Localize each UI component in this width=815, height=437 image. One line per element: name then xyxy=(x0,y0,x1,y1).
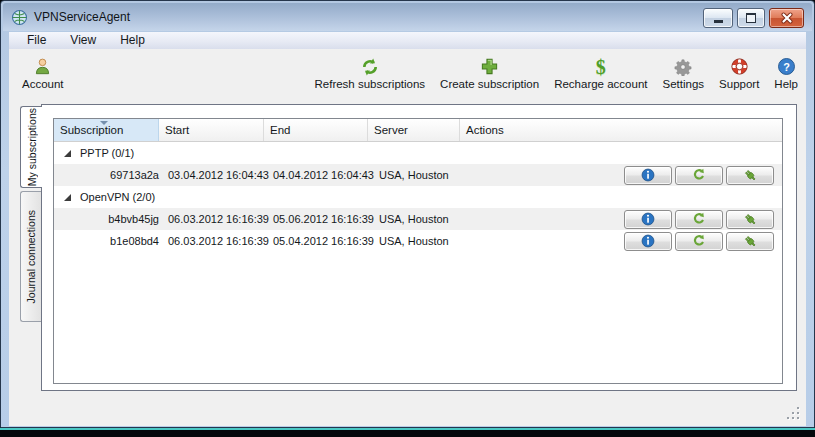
screen: VPNServiceAgent File View Help xyxy=(0,0,815,437)
plus-icon xyxy=(480,56,499,77)
info-icon xyxy=(641,212,655,226)
create-subscription-button[interactable]: Create subscription xyxy=(437,51,542,92)
refresh-icon xyxy=(360,56,380,77)
cell-subscription: b4bvb45jg xyxy=(54,213,159,225)
tab-journal-connections[interactable]: Journal connections xyxy=(20,191,41,322)
cell-server: USA, Houston xyxy=(368,169,460,181)
cell-start: 06.03.2012 16:16:39 xyxy=(159,213,264,225)
recharge-account-label: Recharge account xyxy=(554,78,647,90)
cell-end: 05.04.2012 16:16:39 xyxy=(264,235,368,247)
resize-grip[interactable] xyxy=(787,407,801,421)
group-row-pptp[interactable]: PPTP (0/1) xyxy=(54,142,782,164)
connect-button[interactable] xyxy=(726,166,774,185)
account-button[interactable]: Account xyxy=(19,51,67,92)
sort-desc-icon xyxy=(100,121,108,125)
help-label: Help xyxy=(774,78,798,90)
tab-my-subscriptions[interactable]: My subscriptions xyxy=(20,106,42,188)
cell-start: 06.03.2012 16:16:39 xyxy=(159,235,264,247)
menu-bar: File View Help xyxy=(9,32,806,49)
gear-icon xyxy=(674,56,692,77)
expander-icon[interactable] xyxy=(64,194,71,201)
group-label: PPTP (0/1) xyxy=(80,147,134,159)
cell-end: 05.06.2012 16:16:39 xyxy=(264,213,368,225)
create-subscription-label: Create subscription xyxy=(440,78,539,90)
info-button[interactable] xyxy=(624,232,672,251)
cell-subscription: b1e08bd4 xyxy=(54,235,159,247)
plug-icon xyxy=(743,234,758,249)
user-icon xyxy=(33,56,52,77)
expander-icon[interactable] xyxy=(64,150,71,157)
subscriptions-table: Subscription Start End Server Actions PP… xyxy=(53,118,783,384)
renew-icon xyxy=(692,212,706,226)
table-row[interactable]: b1e08bd4 06.03.2012 16:16:39 05.04.2012 … xyxy=(54,230,782,252)
table-row[interactable]: 69713a2a 03.04.2012 16:04:43 04.04.2012 … xyxy=(54,164,782,186)
help-button[interactable]: ? Help xyxy=(771,51,801,92)
lifebuoy-icon xyxy=(730,56,749,77)
minimize-icon[interactable] xyxy=(703,8,733,28)
renew-icon xyxy=(692,234,706,248)
renew-icon xyxy=(692,168,706,182)
toolbar-right-group: Refresh subscriptions Create subscriptio… xyxy=(312,51,802,92)
cell-server: USA, Houston xyxy=(368,235,460,247)
window-title: VPNServiceAgent xyxy=(34,10,130,24)
cell-subscription: 69713a2a xyxy=(54,169,159,181)
info-icon xyxy=(641,168,655,182)
renew-button[interactable] xyxy=(675,210,723,229)
column-header-end[interactable]: End xyxy=(264,119,368,141)
group-label: OpenVPN (2/0) xyxy=(80,191,155,203)
info-icon xyxy=(641,234,655,248)
cell-actions xyxy=(460,166,782,185)
plug-icon xyxy=(743,168,758,183)
refresh-subscriptions-button[interactable]: Refresh subscriptions xyxy=(312,51,429,92)
renew-button[interactable] xyxy=(675,232,723,251)
window-controls xyxy=(703,8,804,28)
cell-actions xyxy=(460,232,782,251)
svg-text:?: ? xyxy=(783,61,790,73)
column-header-actions[interactable]: Actions xyxy=(460,119,782,141)
toolbar: Account Refresh subscriptions xyxy=(9,49,806,97)
settings-label: Settings xyxy=(663,78,705,90)
column-header-server[interactable]: Server xyxy=(368,119,460,141)
recharge-account-button[interactable]: $ Recharge account xyxy=(551,51,650,92)
maximize-icon[interactable] xyxy=(737,8,765,28)
menu-help[interactable]: Help xyxy=(108,32,157,49)
cell-actions xyxy=(460,210,782,229)
table-row[interactable]: b4bvb45jg 06.03.2012 16:16:39 05.06.2012… xyxy=(54,208,782,230)
dollar-icon: $ xyxy=(596,56,606,77)
cell-server: USA, Houston xyxy=(368,213,460,225)
help-icon: ? xyxy=(777,56,796,77)
group-row-openvpn[interactable]: OpenVPN (2/0) xyxy=(54,186,782,208)
support-button[interactable]: Support xyxy=(716,51,762,92)
support-label: Support xyxy=(719,78,759,90)
info-button[interactable] xyxy=(624,210,672,229)
info-button[interactable] xyxy=(624,166,672,185)
settings-button[interactable]: Settings xyxy=(660,51,708,92)
menu-file[interactable]: File xyxy=(15,32,58,49)
account-label: Account xyxy=(22,78,64,90)
column-header-subscription[interactable]: Subscription xyxy=(54,119,159,141)
connect-button[interactable] xyxy=(726,232,774,251)
cell-end: 04.04.2012 16:04:43 xyxy=(264,169,368,181)
cell-start: 03.04.2012 16:04:43 xyxy=(159,169,264,181)
tab-journal-connections-label: Journal connections xyxy=(25,210,37,303)
connect-button[interactable] xyxy=(726,210,774,229)
app-icon xyxy=(11,9,28,26)
column-header-start[interactable]: Start xyxy=(159,119,264,141)
close-icon[interactable] xyxy=(769,8,804,28)
app-window: VPNServiceAgent File View Help xyxy=(0,0,815,428)
renew-button[interactable] xyxy=(675,166,723,185)
table-header: Subscription Start End Server Actions xyxy=(54,119,782,142)
tab-my-subscriptions-label: My subscriptions xyxy=(26,108,38,186)
title-bar[interactable]: VPNServiceAgent xyxy=(3,3,812,31)
desktop-edge xyxy=(0,428,815,430)
plug-icon xyxy=(743,212,758,227)
menu-view[interactable]: View xyxy=(58,32,108,49)
refresh-subscriptions-label: Refresh subscriptions xyxy=(315,78,426,90)
